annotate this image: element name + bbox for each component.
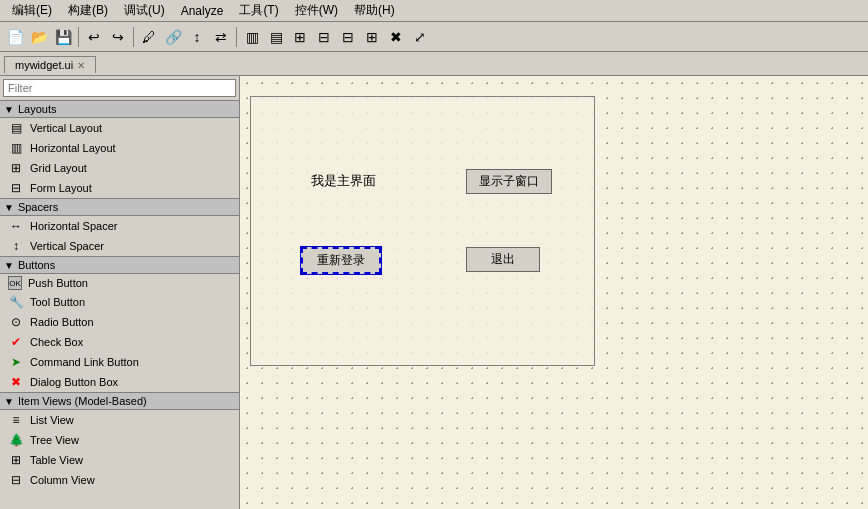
menu-edit[interactable]: 编辑(E) [4, 0, 60, 21]
grid-layout-icon: ⊞ [8, 160, 24, 176]
vertical-spacer-label: Vertical Spacer [30, 240, 104, 252]
toolbar-layout-h[interactable]: ▥ [241, 26, 263, 48]
toolbar-redo[interactable]: ↪ [107, 26, 129, 48]
canvas-border[interactable]: 我是主界面 显示子窗口 重新登录 退出 [250, 96, 595, 366]
item-command-link-button[interactable]: ➤ Command Link Button [0, 352, 239, 372]
buttons-toggle[interactable]: ▼ [4, 260, 14, 271]
main-label: 我是主界面 [311, 172, 376, 190]
menu-controls[interactable]: 控件(W) [287, 0, 346, 21]
tab-mywidget[interactable]: mywidget.ui ✕ [4, 56, 96, 73]
form-layout-label: Form Layout [30, 182, 92, 194]
grid-layout-label: Grid Layout [30, 162, 87, 174]
relogin-button[interactable]: 重新登录 [301, 247, 381, 274]
item-vertical-layout[interactable]: ▤ Vertical Layout [0, 118, 239, 138]
filter-input[interactable] [3, 79, 236, 97]
list-view-label: List View [30, 414, 74, 426]
dialog-button-label: Dialog Button Box [30, 376, 118, 388]
item-tool-button[interactable]: 🔧 Tool Button [0, 292, 239, 312]
item-grid-layout[interactable]: ⊞ Grid Layout [0, 158, 239, 178]
widget-list: ▼ Layouts ▤ Vertical Layout ▥ Horizontal… [0, 100, 239, 509]
horizontal-layout-label: Horizontal Layout [30, 142, 116, 154]
toolbar-sep-2 [133, 27, 134, 47]
command-link-icon: ➤ [8, 354, 24, 370]
section-buttons[interactable]: ▼ Buttons [0, 256, 239, 274]
section-spacers[interactable]: ▼ Spacers [0, 198, 239, 216]
table-view-label: Table View [30, 454, 83, 466]
toolbar-tab-order[interactable]: ↕ [186, 26, 208, 48]
toolbar-sep-3 [236, 27, 237, 47]
toolbar-layout-form[interactable]: ⊟ [313, 26, 335, 48]
toolbar-widget-edit[interactable]: 🖊 [138, 26, 160, 48]
section-item-views[interactable]: ▼ Item Views (Model-Based) [0, 392, 239, 410]
push-button-label: Push Button [28, 277, 88, 289]
dialog-button-icon: ✖ [8, 374, 24, 390]
item-column-view[interactable]: ⊟ Column View [0, 470, 239, 490]
toolbar-layout-v[interactable]: ▤ [265, 26, 287, 48]
toolbar-break-layout[interactable]: ✖ [385, 26, 407, 48]
radio-button-icon: ⊙ [8, 314, 24, 330]
layouts-toggle[interactable]: ▼ [4, 104, 14, 115]
item-tree-view[interactable]: 🌲 Tree View [0, 430, 239, 450]
column-view-label: Column View [30, 474, 95, 486]
vertical-layout-icon: ▤ [8, 120, 24, 136]
menu-build[interactable]: 构建(B) [60, 0, 116, 21]
tab-close-icon[interactable]: ✕ [77, 60, 85, 71]
item-views-toggle[interactable]: ▼ [4, 396, 14, 407]
toolbar-layout-grid[interactable]: ⊞ [289, 26, 311, 48]
toolbar-layout-split-h[interactable]: ⊟ [337, 26, 359, 48]
left-panel: ▼ Layouts ▤ Vertical Layout ▥ Horizontal… [0, 76, 240, 509]
form-layout-icon: ⊟ [8, 180, 24, 196]
command-link-label: Command Link Button [30, 356, 139, 368]
check-box-label: Check Box [30, 336, 83, 348]
menu-tools[interactable]: 工具(T) [231, 0, 286, 21]
horizontal-layout-icon: ▥ [8, 140, 24, 156]
item-dialog-button-box[interactable]: ✖ Dialog Button Box [0, 372, 239, 392]
vertical-spacer-icon: ↕ [8, 238, 24, 254]
item-radio-button[interactable]: ⊙ Radio Button [0, 312, 239, 332]
menu-debug[interactable]: 调试(U) [116, 0, 173, 21]
layouts-label: Layouts [18, 103, 57, 115]
toolbar-buddy[interactable]: ⇄ [210, 26, 232, 48]
radio-button-label: Radio Button [30, 316, 94, 328]
tool-button-label: Tool Button [30, 296, 85, 308]
menu-analyze[interactable]: Analyze [173, 2, 232, 20]
toolbar-undo[interactable]: ↩ [83, 26, 105, 48]
item-list-view[interactable]: ≡ List View [0, 410, 239, 430]
tab-label: mywidget.ui [15, 59, 73, 71]
toolbar: 📄 📂 💾 ↩ ↪ 🖊 🔗 ↕ ⇄ ▥ ▤ ⊞ ⊟ ⊟ ⊞ ✖ ⤢ [0, 22, 868, 52]
show-sub-window-button[interactable]: 显示子窗口 [466, 169, 552, 194]
canvas-area: 我是主界面 显示子窗口 重新登录 退出 [240, 76, 868, 509]
item-vertical-spacer[interactable]: ↕ Vertical Spacer [0, 236, 239, 256]
item-table-view[interactable]: ⊞ Table View [0, 450, 239, 470]
tree-view-label: Tree View [30, 434, 79, 446]
item-views-label: Item Views (Model-Based) [18, 395, 147, 407]
check-box-icon: ✔ [8, 334, 24, 350]
horizontal-spacer-label: Horizontal Spacer [30, 220, 117, 232]
exit-button[interactable]: 退出 [466, 247, 540, 272]
toolbar-save[interactable]: 💾 [52, 26, 74, 48]
menubar: 编辑(E) 构建(B) 调试(U) Analyze 工具(T) 控件(W) 帮助… [0, 0, 868, 22]
horizontal-spacer-icon: ↔ [8, 218, 24, 234]
toolbar-open[interactable]: 📂 [28, 26, 50, 48]
item-horizontal-layout[interactable]: ▥ Horizontal Layout [0, 138, 239, 158]
tool-button-icon: 🔧 [8, 294, 24, 310]
table-view-icon: ⊞ [8, 452, 24, 468]
item-form-layout[interactable]: ⊟ Form Layout [0, 178, 239, 198]
spacers-toggle[interactable]: ▼ [4, 202, 14, 213]
toolbar-layout-split-v[interactable]: ⊞ [361, 26, 383, 48]
item-push-button[interactable]: OK Push Button [0, 274, 239, 292]
item-check-box[interactable]: ✔ Check Box [0, 332, 239, 352]
column-view-icon: ⊟ [8, 472, 24, 488]
vertical-layout-label: Vertical Layout [30, 122, 102, 134]
tabbar: mywidget.ui ✕ [0, 52, 868, 76]
item-horizontal-spacer[interactable]: ↔ Horizontal Spacer [0, 216, 239, 236]
toolbar-new[interactable]: 📄 [4, 26, 26, 48]
list-view-icon: ≡ [8, 412, 24, 428]
section-layouts[interactable]: ▼ Layouts [0, 100, 239, 118]
main-layout: ▼ Layouts ▤ Vertical Layout ▥ Horizontal… [0, 76, 868, 509]
toolbar-adjust-size[interactable]: ⤢ [409, 26, 431, 48]
menu-help[interactable]: 帮助(H) [346, 0, 403, 21]
toolbar-signal[interactable]: 🔗 [162, 26, 184, 48]
push-button-icon: OK [8, 276, 22, 290]
buttons-label: Buttons [18, 259, 55, 271]
